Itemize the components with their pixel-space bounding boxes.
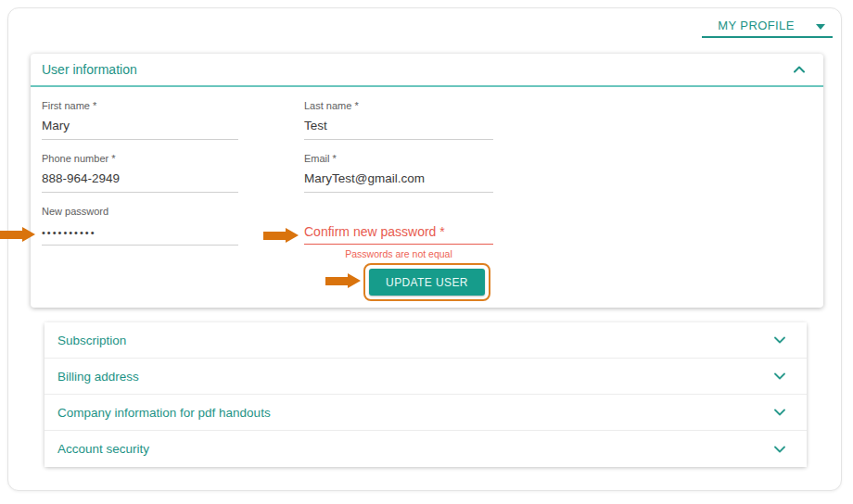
email-input[interactable]: MaryTest@gmail.com [304, 171, 493, 193]
section-account-security[interactable]: Account security [45, 431, 807, 467]
new-password-input[interactable]: •••••••••• [42, 224, 238, 246]
password-error-text: Passwords are not equal [304, 248, 493, 259]
chevron-down-icon [816, 24, 825, 30]
chevron-down-icon [774, 372, 785, 380]
user-information-header[interactable]: User information [31, 54, 823, 87]
chevron-up-icon [794, 66, 805, 73]
new-password-label: New password [42, 206, 238, 217]
chevron-down-icon [774, 446, 785, 453]
last-name-input[interactable]: Test [304, 119, 493, 140]
first-name-label: First name * [42, 100, 238, 111]
first-name-input[interactable]: Mary [42, 119, 238, 140]
update-user-button[interactable]: UPDATE USER [369, 269, 485, 296]
last-name-label: Last name * [304, 100, 493, 111]
section-company-information[interactable]: Company information for pdf handouts [45, 395, 807, 431]
email-label: Email * [304, 153, 493, 164]
chevron-down-icon [774, 336, 785, 344]
chevron-down-icon [774, 409, 785, 416]
profile-page: MY PROFILE User information First name *… [0, 0, 853, 504]
section-billing-address[interactable]: Billing address [45, 359, 807, 395]
my-profile-select[interactable]: MY PROFILE [702, 13, 833, 38]
confirm-password-input[interactable]: Confirm new password * [304, 224, 493, 245]
phone-number-label: Phone number * [42, 153, 238, 164]
my-profile-label: MY PROFILE [702, 19, 810, 32]
user-information-card: User information First name * Mary Last … [31, 54, 823, 308]
section-title: User information [42, 62, 137, 77]
settings-accordion: Subscription Billing address Company inf… [45, 322, 807, 467]
section-subscription[interactable]: Subscription [45, 322, 807, 359]
phone-number-input[interactable]: 888-964-2949 [42, 171, 238, 193]
